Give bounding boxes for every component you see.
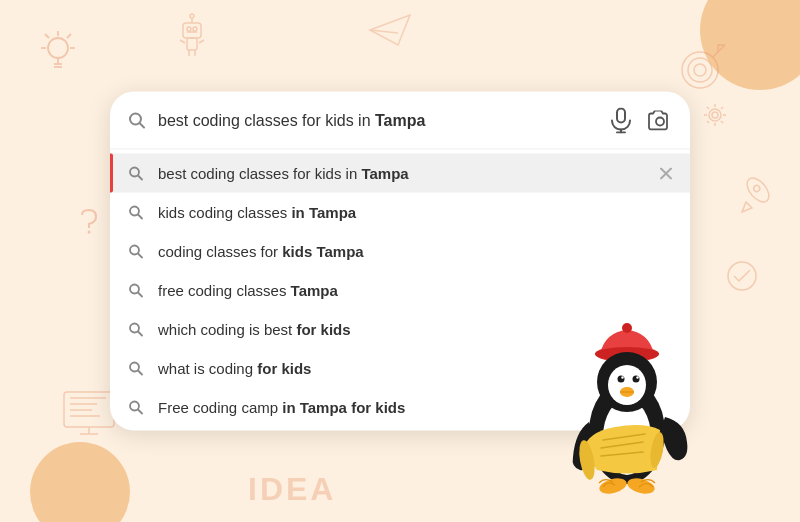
svg-line-30	[721, 121, 723, 123]
suggestion-item-2[interactable]: kids coding classes in Tampa	[110, 193, 690, 232]
suggestion-text-1: best coding classes for kids in Tampa	[158, 165, 646, 182]
suggestion-text-2: kids coding classes in Tampa	[158, 204, 672, 221]
suggestion-search-icon-1	[128, 165, 144, 181]
close-icon-1[interactable]	[660, 167, 672, 179]
suggestion-item-1[interactable]: best coding classes for kids in Tampa	[110, 154, 690, 193]
svg-point-12	[193, 27, 197, 31]
svg-point-81	[633, 376, 640, 383]
svg-line-66	[138, 331, 142, 335]
search-icon-top	[128, 111, 146, 129]
svg-line-31	[721, 107, 723, 109]
suggestion-search-icon-5	[128, 321, 144, 337]
suggestion-search-icon-6	[128, 360, 144, 376]
search-bar-query: best coding classes for kids in Tampa	[158, 111, 598, 129]
svg-point-77	[608, 365, 646, 405]
mic-icon[interactable]	[610, 107, 632, 133]
svg-rect-51	[617, 108, 625, 122]
suggestion-text-4: free coding classes Tampa	[158, 282, 672, 299]
svg-line-29	[707, 107, 709, 109]
svg-line-15	[199, 40, 204, 43]
svg-line-64	[138, 292, 142, 296]
search-bar[interactable]: best coding classes for kids in Tampa	[110, 92, 690, 150]
suggestion-search-icon-2	[128, 204, 144, 220]
svg-point-19	[190, 14, 194, 18]
svg-line-14	[180, 40, 185, 43]
svg-point-36	[728, 262, 756, 290]
svg-point-82	[621, 376, 623, 378]
svg-point-80	[618, 376, 625, 383]
svg-point-33	[743, 174, 773, 206]
svg-point-0	[48, 38, 68, 58]
svg-line-7	[67, 34, 71, 38]
svg-line-60	[138, 214, 142, 218]
svg-line-21	[370, 30, 398, 33]
svg-point-22	[88, 231, 91, 234]
bg-blob-bottom-left	[30, 442, 130, 522]
svg-point-23	[709, 109, 721, 121]
svg-rect-9	[183, 23, 201, 38]
svg-line-50	[140, 123, 145, 128]
penguin-mascot	[545, 302, 700, 512]
camera-icon[interactable]	[648, 110, 672, 130]
svg-line-62	[138, 253, 142, 257]
svg-marker-34	[742, 202, 752, 212]
svg-point-73	[622, 323, 632, 333]
suggestion-search-icon-7	[128, 399, 144, 415]
svg-point-11	[187, 27, 191, 31]
suggestion-search-icon-3	[128, 243, 144, 259]
suggestion-item-3[interactable]: coding classes for kids Tampa	[110, 232, 690, 271]
svg-point-24	[712, 112, 718, 118]
svg-point-83	[636, 376, 638, 378]
svg-point-54	[656, 117, 664, 125]
svg-point-47	[694, 64, 706, 76]
svg-marker-20	[370, 15, 410, 45]
svg-line-70	[138, 409, 142, 413]
svg-line-6	[45, 34, 49, 38]
suggestion-text-3: coding classes for kids Tampa	[158, 243, 672, 260]
bg-blob-top-right	[700, 0, 800, 90]
svg-rect-38	[64, 392, 114, 427]
suggestion-search-icon-4	[128, 282, 144, 298]
svg-rect-10	[187, 38, 197, 50]
svg-line-68	[138, 370, 142, 374]
search-text-bold: Tampa	[375, 111, 425, 128]
svg-text:IDEA: IDEA	[248, 471, 336, 507]
svg-line-56	[138, 175, 142, 179]
search-text-normal: best coding classes for kids in	[158, 111, 375, 128]
penguin-svg	[545, 302, 700, 512]
svg-line-32	[707, 121, 709, 123]
svg-point-35	[752, 184, 760, 192]
